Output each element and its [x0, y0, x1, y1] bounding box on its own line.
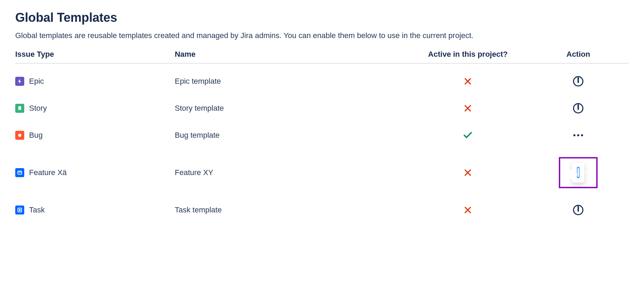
toggle-knob — [567, 169, 577, 180]
info-icon[interactable] — [573, 103, 583, 113]
info-icon[interactable] — [573, 205, 583, 215]
template-name: Task template — [175, 192, 408, 219]
table-row: EpicEpic template — [15, 63, 629, 91]
task-icon — [15, 206, 24, 215]
template-name: Epic template — [175, 63, 408, 91]
issue-type-label: Story — [29, 104, 47, 113]
check-icon — [582, 170, 587, 175]
check-icon — [408, 130, 528, 140]
issue-type-label: Feature Xä — [29, 168, 67, 177]
svg-point-0 — [18, 134, 21, 137]
issue-type-label: Bug — [29, 131, 43, 140]
bug-icon — [15, 131, 24, 140]
callout-highlight — [559, 157, 598, 188]
issue-type-cell: Feature Xä — [15, 168, 67, 177]
templates-table: Issue Type Name Active in this project? … — [15, 50, 629, 219]
col-header-issue-type: Issue Type — [15, 50, 175, 63]
issue-type-label: Epic — [29, 77, 44, 86]
page-description: Global templates are reusable templates … — [15, 31, 629, 40]
col-header-name: Name — [175, 50, 408, 63]
table-row: TaskTask template — [15, 192, 629, 219]
toggle-card — [572, 163, 584, 183]
table-header-row: Issue Type Name Active in this project? … — [15, 50, 629, 63]
issue-type-label: Task — [29, 206, 45, 215]
cross-icon — [408, 104, 528, 113]
template-name: Feature XY — [175, 145, 408, 192]
issue-type-cell: Story — [15, 104, 47, 113]
more-actions-icon[interactable] — [571, 130, 585, 140]
svg-rect-2 — [19, 172, 21, 172]
epic-icon — [15, 77, 24, 86]
activate-toggle[interactable] — [578, 167, 579, 177]
page-title: Global Templates — [15, 10, 629, 25]
col-header-active: Active in this project? — [408, 50, 530, 63]
issue-type-cell: Task — [15, 206, 45, 215]
info-icon[interactable] — [573, 76, 583, 86]
svg-rect-1 — [18, 171, 22, 174]
cross-icon — [408, 77, 528, 86]
issue-type-cell: Bug — [15, 131, 43, 140]
template-name: Story template — [175, 91, 408, 118]
issue-type-cell: Epic — [15, 77, 44, 86]
cross-icon — [408, 168, 528, 177]
feature-icon — [15, 168, 24, 177]
template-name: Bug template — [175, 118, 408, 145]
table-row: StoryStory template — [15, 91, 629, 118]
story-icon — [15, 104, 24, 113]
table-row: BugBug template — [15, 118, 629, 145]
svg-rect-4 — [19, 209, 21, 211]
col-header-action: Action — [530, 50, 629, 63]
cross-icon — [408, 206, 528, 215]
table-row: Feature XäFeature XY — [15, 145, 629, 192]
